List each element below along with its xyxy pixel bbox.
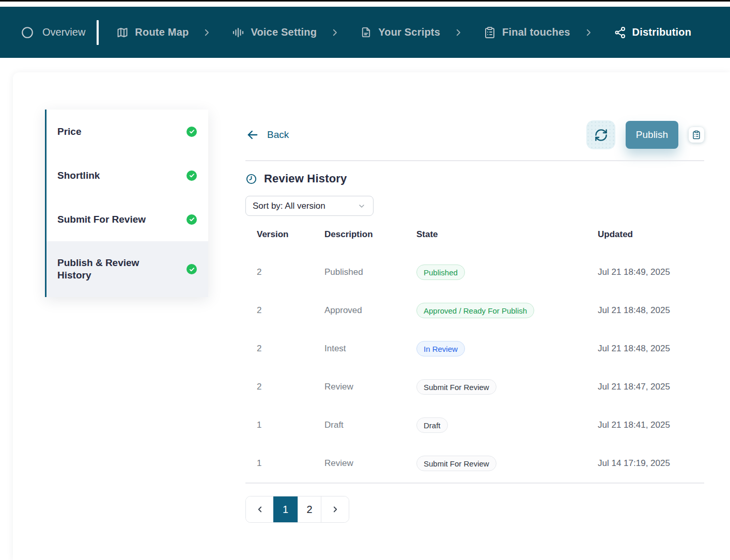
sidebar-item-publish-review-history[interactable]: Publish & Review History <box>46 241 208 297</box>
check-icon <box>187 127 197 137</box>
state-badge: Submit For Review <box>416 379 496 395</box>
step-navbar: Overview Route Map Voice Setting Your Sc… <box>0 7 730 58</box>
version-cell: 1 <box>257 420 324 430</box>
review-history-table: Version Description State Updated 2 Publ… <box>245 229 704 483</box>
check-icon <box>187 214 197 225</box>
updated-cell: Jul 21 18:41, 2025 <box>598 420 704 430</box>
arrow-left-icon <box>245 128 260 142</box>
copy-clipboard-icon <box>692 130 701 139</box>
chevron-right-icon <box>330 28 339 37</box>
toolbar: Back Publish <box>245 120 704 150</box>
nav-item-voice-setting[interactable]: Voice Setting <box>232 26 317 39</box>
table-row[interactable]: 1 Review Submit For Review Jul 14 17:19,… <box>245 444 704 483</box>
description-cell: Approved <box>324 305 416 316</box>
column-header-version: Version <box>257 229 324 240</box>
circle-icon <box>21 26 34 39</box>
table-row[interactable]: 1 Draft Draft Jul 21 18:41, 2025 <box>245 406 704 444</box>
sidebar-item-label: Publish & Review History <box>57 257 161 282</box>
state-badge: Approved / Ready For Publish <box>416 303 534 318</box>
sidebar-item-submit-for-review[interactable]: Submit For Review <box>46 197 208 241</box>
top-strip <box>0 0 730 2</box>
share-icon <box>614 26 626 39</box>
nav-separator <box>97 20 99 45</box>
version-cell: 2 <box>257 382 324 392</box>
state-badge: Submit For Review <box>416 456 496 471</box>
updated-cell: Jul 21 18:47, 2025 <box>598 382 704 392</box>
version-cell: 2 <box>257 344 324 354</box>
section-title: Review History <box>264 172 347 185</box>
chevron-left-icon <box>255 505 265 514</box>
table-header-row: Version Description State Updated <box>245 229 704 253</box>
back-label: Back <box>267 129 289 141</box>
page: Overview Route Map Voice Setting Your Sc… <box>0 0 730 560</box>
updated-cell: Jul 21 18:49, 2025 <box>598 267 704 277</box>
refresh-icon <box>594 128 608 142</box>
chevron-right-icon <box>331 505 340 514</box>
refresh-button[interactable] <box>586 120 615 149</box>
check-icon <box>187 170 197 181</box>
updated-cell: Jul 21 18:48, 2025 <box>598 305 704 316</box>
updated-cell: Jul 14 17:19, 2025 <box>598 458 704 469</box>
file-icon <box>360 26 372 38</box>
description-cell: Intest <box>324 344 416 354</box>
pagination-next-button[interactable] <box>321 496 349 522</box>
clipboard-icon <box>484 26 496 39</box>
chevron-right-icon <box>202 28 211 37</box>
nav-item-distribution[interactable]: Distribution <box>614 26 692 39</box>
pagination: 1 2 <box>245 496 349 523</box>
back-button[interactable]: Back <box>245 128 289 142</box>
column-header-updated: Updated <box>598 229 704 240</box>
version-cell: 1 <box>257 458 324 469</box>
divider <box>245 483 704 484</box>
chevron-down-icon <box>358 202 366 210</box>
sidebar-item-label: Submit For Review <box>57 213 146 226</box>
toolbar-actions: Publish <box>586 120 704 149</box>
publish-button[interactable]: Publish <box>626 121 678 149</box>
description-cell: Review <box>324 458 416 469</box>
description-cell: Published <box>324 267 416 277</box>
nav-step-label: Distribution <box>632 26 692 38</box>
nav-item-route-map[interactable]: Route Map <box>116 26 189 39</box>
nav-step-label: Voice Setting <box>251 26 317 38</box>
audio-lines-icon <box>232 26 244 39</box>
chevron-right-icon <box>584 28 593 37</box>
section-header: Review History <box>245 172 347 185</box>
table-row[interactable]: 2 Review Submit For Review Jul 21 18:47,… <box>245 368 704 406</box>
check-icon <box>187 264 197 274</box>
map-icon <box>116 26 129 39</box>
table-row[interactable]: 2 Published Published Jul 21 18:49, 2025 <box>245 253 704 291</box>
sidebar-item-label: Price <box>57 126 81 138</box>
state-badge: Published <box>416 265 465 280</box>
divider <box>245 160 704 161</box>
sidebar-item-label: Shortlink <box>57 169 100 182</box>
nav-item-final-touches[interactable]: Final touches <box>484 26 570 39</box>
chevron-right-icon <box>454 28 463 37</box>
copy-history-button[interactable] <box>689 127 704 143</box>
pagination-prev-button[interactable] <box>246 496 273 522</box>
pagination-page-1[interactable]: 1 <box>273 496 298 522</box>
version-cell: 2 <box>257 267 324 277</box>
nav-step-label: Route Map <box>135 26 189 38</box>
nav-step-label: Your Scripts <box>378 26 440 38</box>
column-header-description: Description <box>324 229 416 240</box>
state-badge: Draft <box>416 417 448 433</box>
sidebar-item-shortlink[interactable]: Shortlink <box>46 153 208 197</box>
state-badge: In Review <box>416 341 465 356</box>
nav-item-your-scripts[interactable]: Your Scripts <box>360 26 440 38</box>
table-row[interactable]: 2 Approved Approved / Ready For Publish … <box>245 291 704 330</box>
pagination-page-2[interactable]: 2 <box>298 496 321 522</box>
sort-dropdown-value: Sort by: All version <box>253 201 325 211</box>
version-cell: 2 <box>257 305 324 316</box>
sidebar-item-price[interactable]: Price <box>46 110 208 153</box>
sort-dropdown[interactable]: Sort by: All version <box>245 196 374 216</box>
table-row[interactable]: 2 Intest In Review Jul 21 18:48, 2025 <box>245 330 704 368</box>
nav-item-overview[interactable]: Overview <box>21 26 85 39</box>
nav-step-label: Final touches <box>502 26 570 38</box>
updated-cell: Jul 21 18:48, 2025 <box>598 344 704 354</box>
description-cell: Draft <box>324 420 416 430</box>
clock-icon <box>245 173 257 185</box>
nav-overview-label: Overview <box>42 26 85 38</box>
column-header-state: State <box>416 229 598 240</box>
sidebar-steps: Price Shortlink Submit For Review Publis… <box>45 110 208 297</box>
description-cell: Review <box>324 382 416 392</box>
